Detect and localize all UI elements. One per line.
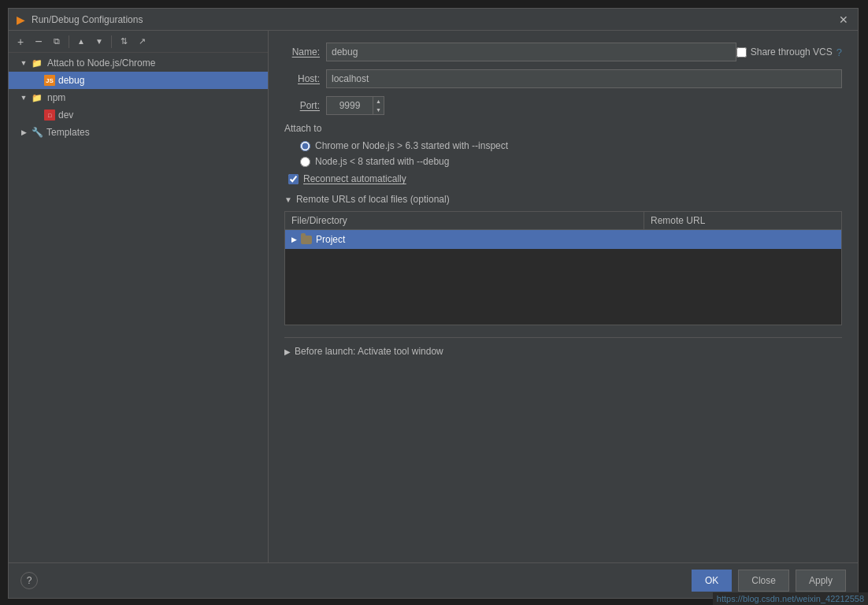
- attach-to-label: Attach to: [284, 123, 842, 134]
- radio-chrome[interactable]: [300, 141, 310, 151]
- toolbar-separator: [69, 35, 69, 48]
- dialog-title: Run/Debug Configurations: [32, 14, 143, 25]
- npm-group-label: npm: [47, 92, 65, 103]
- npm-group-icon: 📁: [32, 91, 44, 104]
- share-vcs-checkbox[interactable]: [736, 47, 747, 58]
- add-config-button[interactable]: +: [13, 34, 28, 50]
- tree-panel: + − ⧉ ▲ ▼ ⇅ ↗ ▼ 📁 Attach to Node.js/Chro…: [9, 31, 269, 562]
- sort-button[interactable]: ⇅: [116, 34, 132, 50]
- remote-table-body: ▶ Project: [285, 230, 841, 325]
- port-spinners: ▲ ▼: [373, 96, 384, 115]
- group-icon: 📁: [32, 57, 44, 69]
- radio-nodejs[interactable]: [300, 157, 310, 167]
- move-up-button[interactable]: ▲: [73, 34, 89, 50]
- close-button[interactable]: ✕: [837, 13, 850, 26]
- move-down-button[interactable]: ▼: [91, 34, 107, 50]
- config-panel: Name: Share through VCS ? Host: Port:: [269, 31, 858, 562]
- row-expand-arrow: ▶: [291, 236, 297, 243]
- name-input[interactable]: [326, 43, 736, 61]
- radio-row-nodejs: Node.js < 8 started with --debug: [300, 156, 842, 167]
- ok-button[interactable]: OK: [692, 570, 732, 592]
- tree-item-npm-group[interactable]: ▼ 📁 npm: [9, 89, 268, 106]
- radio-group: Chrome or Node.js > 6.3 started with --i…: [300, 140, 842, 167]
- remote-table-header: File/Directory Remote URL: [285, 212, 841, 230]
- before-launch-title: Before launch: Activate tool window: [295, 346, 443, 357]
- remote-urls-title: Remote URLs of local files (optional): [296, 194, 450, 205]
- port-down-button[interactable]: ▼: [373, 106, 384, 114]
- tree-item-debug[interactable]: JS debug: [9, 72, 268, 89]
- port-row: Port: ▲ ▼: [284, 96, 842, 115]
- tree-item-attach-group[interactable]: ▼ 📁 Attach to Node.js/Chrome: [9, 54, 268, 72]
- port-label: Port:: [284, 100, 320, 111]
- url-bar: https://blog.csdn.net/weixin_42212558: [713, 592, 868, 605]
- host-row: Host:: [284, 69, 842, 88]
- table-row[interactable]: ▶ Project: [285, 230, 841, 249]
- npm-icon: □: [44, 109, 55, 121]
- tree-item-templates[interactable]: ▶ 🔧 Templates: [9, 124, 268, 141]
- templates-icon: 🔧: [32, 127, 43, 138]
- dialog-icon: ▶: [17, 13, 25, 26]
- config-tree: ▼ 📁 Attach to Node.js/Chrome JS debug ▼ …: [9, 53, 268, 562]
- share-vcs-label: Share through VCS: [751, 46, 833, 58]
- reconnect-row: Reconnect automatically: [288, 173, 842, 184]
- name-label: Name:: [284, 46, 320, 58]
- tree-arrow-attach: ▼: [19, 58, 28, 68]
- remote-urls-table: File/Directory Remote URL ▶ Project: [284, 211, 842, 325]
- js-debug-icon: JS: [44, 75, 55, 86]
- tree-arrow-npm: ▼: [19, 93, 28, 102]
- col-url-header: Remote URL: [644, 212, 841, 229]
- tree-item-dev[interactable]: □ dev: [9, 106, 268, 124]
- attach-to-section: Attach to Chrome or Node.js > 6.3 starte…: [284, 123, 842, 167]
- host-label: Host:: [284, 73, 320, 84]
- copy-config-button[interactable]: ⧉: [49, 34, 65, 50]
- host-input[interactable]: [326, 69, 842, 88]
- tree-toolbar: + − ⧉ ▲ ▼ ⇅ ↗: [9, 31, 268, 53]
- name-row: Name: Share through VCS ?: [284, 43, 842, 61]
- close-dialog-button[interactable]: Close: [738, 570, 789, 592]
- radio-chrome-label: Chrome or Node.js > 6.3 started with --i…: [315, 140, 508, 151]
- before-launch-arrow: ▶: [284, 347, 291, 356]
- before-launch-header[interactable]: ▶ Before launch: Activate tool window: [284, 346, 842, 357]
- dev-label: dev: [58, 109, 73, 121]
- debug-label: debug: [58, 75, 84, 86]
- name-left: Name:: [284, 43, 736, 61]
- footer-buttons: OK Close Apply: [692, 570, 846, 592]
- remote-urls-section: ▼ Remote URLs of local files (optional) …: [284, 194, 842, 325]
- remove-config-button[interactable]: −: [31, 34, 46, 50]
- apply-button[interactable]: Apply: [796, 570, 846, 592]
- share-button[interactable]: ↗: [134, 34, 150, 50]
- row-file-cell: ▶ Project: [285, 232, 644, 247]
- dialog-titlebar: ▶ Run/Debug Configurations ✕: [9, 9, 858, 31]
- port-container: ▲ ▼: [326, 96, 384, 115]
- row-url-cell: [644, 237, 841, 242]
- row-label: Project: [316, 234, 345, 245]
- col-file-header: File/Directory: [285, 212, 644, 229]
- radio-row-chrome: Chrome or Node.js > 6.3 started with --i…: [300, 140, 842, 151]
- help-button[interactable]: ?: [20, 572, 38, 589]
- reconnect-checkbox[interactable]: [288, 174, 299, 184]
- dialog-body: + − ⧉ ▲ ▼ ⇅ ↗ ▼ 📁 Attach to Node.js/Chro…: [9, 31, 858, 562]
- port-input[interactable]: [326, 96, 373, 115]
- attach-group-label: Attach to Node.js/Chrome: [47, 58, 155, 69]
- remote-urls-header[interactable]: ▼ Remote URLs of local files (optional): [284, 194, 842, 205]
- tree-arrow-templates: ▶: [19, 128, 28, 137]
- remote-urls-arrow: ▼: [284, 195, 292, 204]
- share-vcs-help-icon[interactable]: ?: [836, 46, 842, 58]
- toolbar-separator2: [111, 35, 112, 48]
- radio-nodejs-label: Node.js < 8 started with --debug: [315, 156, 449, 167]
- templates-label: Templates: [46, 127, 90, 138]
- folder-icon: [301, 236, 312, 244]
- before-launch-section: ▶ Before launch: Activate tool window: [284, 337, 842, 357]
- port-up-button[interactable]: ▲: [373, 97, 384, 106]
- reconnect-label: Reconnect automatically: [303, 173, 406, 184]
- run-debug-dialog: ▶ Run/Debug Configurations ✕ + − ⧉ ▲ ▼ ⇅…: [8, 8, 859, 599]
- share-vcs-section: Share through VCS ?: [736, 46, 842, 58]
